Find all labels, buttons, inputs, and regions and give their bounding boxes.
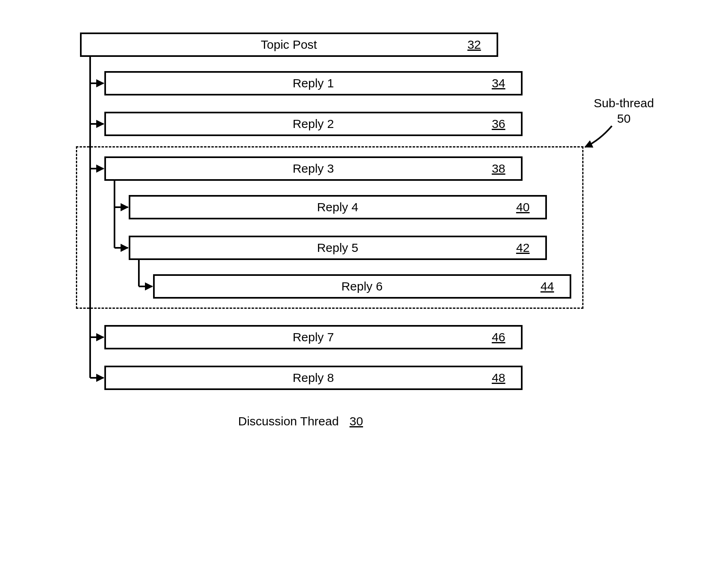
reply-1-ref: 34	[492, 76, 505, 90]
topic-post: Topic Post 32	[80, 33, 498, 57]
reply-1-label: Reply 1	[293, 76, 334, 90]
sub-thread-text: Sub-thread	[594, 96, 654, 110]
topic-post-ref: 32	[467, 38, 481, 52]
sub-thread-label: Sub-thread 50	[588, 95, 661, 126]
sub-thread-ref: 50	[617, 112, 631, 125]
reply-4-ref: 40	[516, 200, 529, 214]
reply-3: Reply 3 38	[104, 156, 523, 181]
reply-8-ref: 48	[492, 371, 505, 385]
reply-2: Reply 2 36	[104, 112, 523, 136]
reply-7-label: Reply 7	[293, 330, 334, 344]
reply-4: Reply 4 40	[129, 195, 547, 219]
reply-2-label: Reply 2	[293, 117, 334, 131]
reply-5-ref: 42	[516, 241, 529, 255]
topic-post-label: Topic Post	[261, 38, 317, 52]
reply-6-label: Reply 6	[341, 280, 383, 293]
reply-8-label: Reply 8	[293, 371, 334, 385]
diagram-canvas: Sub-thread 50 Topic Post 32 Reply 1 34 R…	[60, 24, 669, 512]
caption-ref: 30	[350, 414, 363, 428]
reply-1: Reply 1 34	[104, 71, 523, 95]
reply-8: Reply 8 48	[104, 366, 523, 390]
reply-6: Reply 6 44	[153, 274, 571, 299]
reply-4-label: Reply 4	[317, 200, 359, 214]
reply-3-ref: 38	[492, 162, 505, 176]
reply-5-label: Reply 5	[317, 241, 359, 255]
reply-2-ref: 36	[492, 117, 505, 131]
caption-text: Discussion Thread	[238, 414, 339, 428]
reply-6-ref: 44	[540, 280, 554, 293]
reply-7-ref: 46	[492, 330, 505, 344]
reply-7: Reply 7 46	[104, 325, 523, 349]
reply-5: Reply 5 42	[129, 236, 547, 260]
reply-3-label: Reply 3	[293, 162, 334, 176]
diagram-caption: Discussion Thread 30	[238, 414, 363, 428]
